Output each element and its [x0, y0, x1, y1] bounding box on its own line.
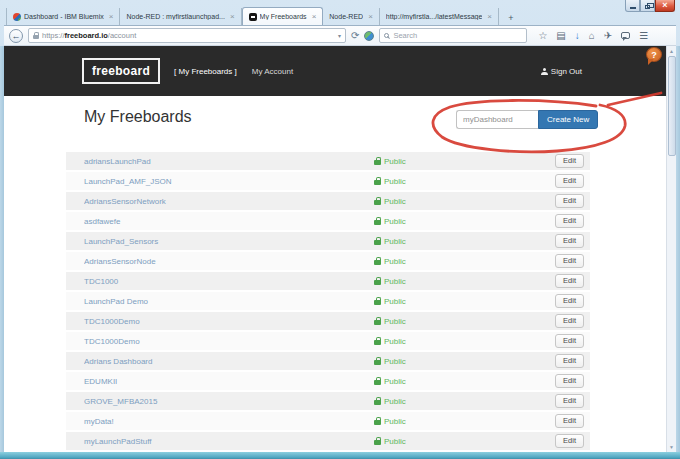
table-row: adriansLaunchPad Public Edit [66, 152, 590, 170]
visibility-badge: Public [374, 317, 514, 326]
edit-button[interactable]: Edit [555, 174, 584, 188]
edit-button[interactable]: Edit [555, 294, 584, 308]
dashboard-name-input[interactable] [456, 110, 538, 129]
visibility-label: Public [384, 337, 406, 346]
edit-button[interactable]: Edit [555, 394, 584, 408]
visibility-label: Public [384, 437, 406, 446]
board-link[interactable]: AdriansSensorNetwork [84, 197, 374, 206]
page-scrollbar[interactable]: ▲ ▼ [666, 46, 676, 452]
minimize-button[interactable] [625, 0, 640, 12]
nav-my-freeboards[interactable]: [ My Freeboards ] [174, 67, 237, 76]
tab-close-icon[interactable]: × [366, 12, 373, 21]
edit-button[interactable]: Edit [555, 234, 584, 248]
url-dropdown-icon[interactable]: ▾ [338, 32, 341, 39]
edit-button[interactable]: Edit [555, 154, 584, 168]
visibility-label: Public [384, 217, 406, 226]
table-row: LaunchPad_AMF_JSON Public Edit [66, 172, 590, 190]
table-row: TDC1000Demo Public Edit [66, 312, 590, 330]
search-placeholder: Search [393, 31, 417, 40]
back-button[interactable]: ← [9, 29, 23, 43]
visibility-badge: Public [374, 237, 514, 246]
scroll-up-icon[interactable]: ▲ [669, 46, 674, 56]
board-link[interactable]: Adrians Dashboard [84, 357, 374, 366]
browser-tab[interactable]: Node-RED × [323, 8, 380, 25]
edit-button[interactable]: Edit [555, 334, 584, 348]
browser-tab[interactable]: Node-RED : myfirstlaunchpad... × [120, 8, 241, 25]
board-link[interactable]: TDC1000Demo [84, 317, 374, 326]
edit-button[interactable]: Edit [555, 314, 584, 328]
table-row: TDC1000 Public Edit [66, 272, 590, 290]
board-link[interactable]: asdfawefe [84, 217, 374, 226]
scrollbar-thumb[interactable] [668, 56, 676, 156]
edit-button[interactable]: Edit [555, 374, 584, 388]
sign-out-link[interactable]: Sign Out [541, 67, 582, 76]
visibility-label: Public [384, 417, 406, 426]
board-link[interactable]: myLaunchPadStuff [84, 437, 374, 446]
edit-button[interactable]: Edit [555, 354, 584, 368]
reload-icon[interactable]: ⟳ [351, 31, 359, 41]
board-link[interactable]: TDC1000Demo [84, 337, 374, 346]
bookmark-star-icon[interactable]: ☆ [538, 31, 547, 41]
table-row: AdriansSensorNetwork Public Edit [66, 192, 590, 210]
lock-icon [374, 280, 381, 285]
lock-icon [374, 300, 381, 305]
chat-icon[interactable] [621, 32, 630, 39]
board-link[interactable]: EDUMKII [84, 377, 374, 386]
site-header: freeboard [ My Freeboards ] My Account S… [4, 46, 676, 96]
browser-tab[interactable]: http://myfirstla.../latestMessage × [380, 8, 499, 25]
board-link[interactable]: LaunchPad Demo [84, 297, 374, 306]
close-button[interactable]: × [655, 0, 675, 12]
search-input[interactable]: Search [379, 28, 527, 43]
board-link[interactable]: myData! [84, 417, 374, 426]
download-icon[interactable]: ↓ [575, 31, 580, 41]
table-row: asdfawefe Public Edit [66, 212, 590, 230]
url-text: https://freeboard.io/account [42, 31, 136, 40]
board-link[interactable]: TDC1000 [84, 277, 374, 286]
board-link[interactable]: GROVE_MFBA2015 [84, 397, 374, 406]
tab-close-icon[interactable]: × [485, 12, 492, 21]
scroll-down-icon[interactable]: ▼ [669, 442, 674, 452]
board-link[interactable]: AdriansSensorNode [84, 257, 374, 266]
lock-icon [374, 400, 381, 405]
edit-button[interactable]: Edit [555, 254, 584, 268]
visibility-badge: Public [374, 337, 514, 346]
help-button[interactable]: ? [646, 47, 662, 62]
create-group: Create New [456, 110, 598, 129]
tab-close-icon[interactable]: × [107, 12, 114, 21]
menu-icon[interactable]: ☰ [639, 31, 648, 41]
browser-tab[interactable]: My Freeboards × [242, 7, 324, 25]
browser-tab[interactable]: Dashboard - IBM Bluemix × [6, 8, 120, 25]
https-lock-icon [33, 35, 39, 39]
table-row: Adrians Dashboard Public Edit [66, 352, 590, 370]
url-bar[interactable]: https://freeboard.io/account ▾ [28, 28, 346, 43]
bookmarks-icon[interactable]: ▤ [556, 31, 565, 41]
extension-icon[interactable] [364, 31, 374, 41]
edit-button[interactable]: Edit [555, 274, 584, 288]
lock-icon [374, 360, 381, 365]
edit-button[interactable]: Edit [555, 414, 584, 428]
edit-button[interactable]: Edit [555, 214, 584, 228]
visibility-label: Public [384, 297, 406, 306]
nav-my-account[interactable]: My Account [252, 67, 293, 76]
table-row: LaunchPad_Sensors Public Edit [66, 232, 590, 250]
board-link[interactable]: LaunchPad_Sensors [84, 237, 374, 246]
tab-title: Dashboard - IBM Bluemix [24, 13, 104, 20]
board-link[interactable]: adriansLaunchPad [84, 157, 374, 166]
freeboard-logo[interactable]: freeboard [82, 58, 160, 84]
board-link[interactable]: LaunchPad_AMF_JSON [84, 177, 374, 186]
tab-close-icon[interactable]: × [228, 12, 235, 21]
minimize-icon [630, 7, 636, 9]
tab-title: My Freeboards [260, 13, 307, 20]
visibility-badge: Public [374, 177, 514, 186]
tab-close-icon[interactable]: × [310, 12, 317, 21]
edit-button[interactable]: Edit [555, 434, 584, 448]
create-new-button[interactable]: Create New [538, 110, 598, 129]
visibility-label: Public [384, 237, 406, 246]
edit-button[interactable]: Edit [555, 194, 584, 208]
visibility-label: Public [384, 317, 406, 326]
share-icon[interactable]: ✈ [604, 31, 612, 41]
new-tab-button[interactable]: + [503, 11, 519, 25]
visibility-label: Public [384, 377, 406, 386]
restore-button[interactable] [640, 0, 655, 12]
home-icon[interactable]: ⌂ [589, 31, 595, 41]
